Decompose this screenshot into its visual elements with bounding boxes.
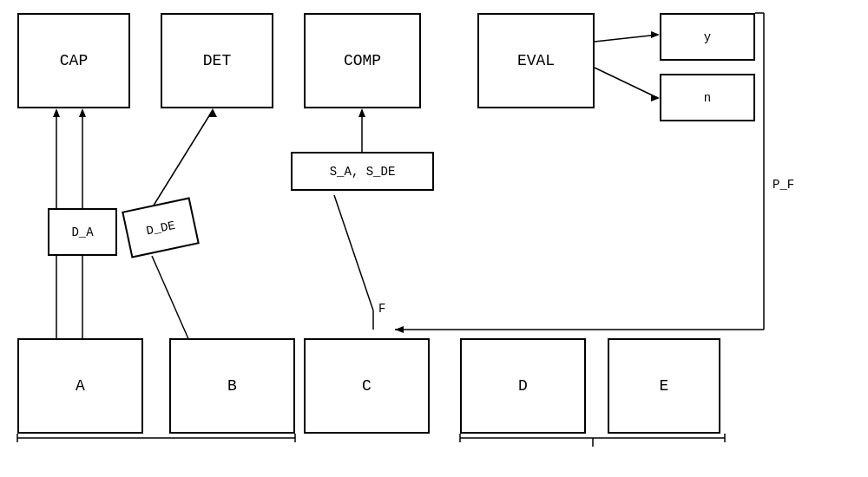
y-label: y: [704, 30, 711, 44]
b-box: B: [169, 338, 295, 434]
eval-box: EVAL: [477, 13, 595, 108]
svg-marker-7: [358, 108, 365, 117]
pf-label: P_F: [773, 178, 794, 192]
f-label: F: [378, 302, 385, 316]
svg-marker-5: [208, 108, 217, 117]
d-box: D: [460, 338, 586, 434]
det-label: DET: [203, 52, 231, 69]
det-box: DET: [161, 13, 273, 108]
comp-box: COMP: [304, 13, 421, 108]
svg-marker-13: [651, 95, 660, 101]
c-box: C: [304, 338, 430, 434]
cap-label: CAP: [60, 52, 88, 69]
svg-marker-17: [395, 326, 404, 333]
n-box: n: [660, 74, 755, 121]
sa-sde-label: S_A, S_DE: [330, 165, 396, 179]
svg-marker-1: [53, 108, 60, 117]
da-label: D_A: [71, 225, 93, 239]
y-box: y: [660, 13, 755, 61]
eval-label: EVAL: [517, 52, 555, 69]
da-box: D_A: [48, 208, 117, 256]
svg-line-4: [152, 110, 213, 208]
n-label: n: [704, 91, 711, 105]
c-label: C: [362, 377, 372, 395]
a-box: A: [17, 338, 143, 434]
dde-box: D_DE: [122, 197, 200, 258]
d-label: D: [518, 377, 528, 395]
e-box: E: [608, 338, 720, 434]
e-label: E: [660, 377, 669, 395]
sa-sde-box: S_A, S_DE: [291, 152, 434, 191]
a-label: A: [76, 377, 85, 395]
svg-line-8: [334, 195, 373, 310]
comp-label: COMP: [344, 52, 381, 69]
dde-label: D_DE: [145, 218, 176, 238]
svg-line-10: [595, 35, 658, 42]
svg-line-12: [595, 68, 658, 98]
cap-box: CAP: [17, 13, 130, 108]
svg-marker-11: [651, 31, 660, 38]
svg-marker-3: [79, 108, 86, 117]
diagram: CAP DET COMP EVAL y n S_A, S_DE D_A D_DE…: [0, 0, 868, 477]
b-label: B: [227, 377, 237, 395]
